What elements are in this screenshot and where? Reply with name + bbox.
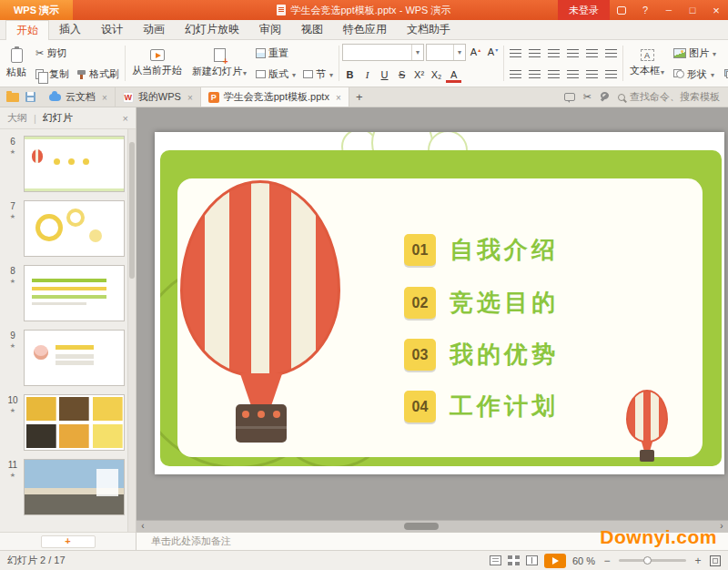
- close-button[interactable]: [704, 0, 728, 20]
- slide-thumbnail[interactable]: 10: [4, 394, 125, 451]
- zoom-slider-thumb[interactable]: [643, 556, 652, 565]
- message-icon[interactable]: [564, 93, 575, 101]
- italic-button[interactable]: I: [359, 66, 375, 84]
- tab-doc-assistant[interactable]: 文档助手: [397, 20, 460, 39]
- scroll-right-button[interactable]: [715, 521, 728, 532]
- text-direction-button[interactable]: [602, 44, 620, 63]
- scrollbar-thumb[interactable]: [404, 523, 439, 530]
- increase-font-button[interactable]: A: [468, 44, 483, 61]
- tab-current-document[interactable]: P 学生会竞选ppt模板.pptx: [201, 87, 349, 107]
- tab-home[interactable]: 开始: [5, 20, 49, 40]
- tab-close-icon[interactable]: [334, 92, 341, 103]
- strikethrough-button[interactable]: S: [394, 66, 410, 84]
- new-tab-button[interactable]: [349, 87, 369, 107]
- font-size-select[interactable]: [426, 44, 466, 61]
- tab-special-features[interactable]: 特色应用: [333, 20, 397, 39]
- textbox-button[interactable]: 文本框: [626, 48, 668, 78]
- hot-air-balloon-graphic[interactable]: [180, 180, 346, 453]
- play-from-current-button[interactable]: 从当前开始: [128, 48, 186, 78]
- help-button[interactable]: [633, 0, 657, 20]
- columns-button[interactable]: [583, 65, 601, 84]
- underline-button[interactable]: U: [377, 66, 392, 84]
- tab-animation[interactable]: 动画: [133, 20, 175, 39]
- agenda-item[interactable]: 03 我的优势: [404, 339, 559, 371]
- zoom-out-button[interactable]: [602, 555, 612, 567]
- theme-skin-button[interactable]: [610, 0, 633, 20]
- tools-icon[interactable]: [600, 92, 610, 102]
- tab-cloud-docs[interactable]: 云文档: [42, 87, 116, 107]
- slide-preview[interactable]: [24, 394, 125, 451]
- agenda-item[interactable]: 02 竞选目的: [404, 287, 559, 319]
- slide-thumbnail[interactable]: 11: [4, 459, 125, 515]
- cut-button[interactable]: 剪切: [33, 44, 122, 63]
- format-painter-button[interactable]: 格式刷: [74, 65, 122, 84]
- tab-my-wps[interactable]: W 我的WPS: [116, 87, 201, 107]
- numbering-button[interactable]: [526, 44, 543, 63]
- command-search[interactable]: 查找命令、搜索模板: [618, 90, 720, 104]
- justify-button[interactable]: [564, 65, 581, 84]
- reset-button[interactable]: 重置: [253, 44, 336, 63]
- zoom-slider[interactable]: [619, 559, 686, 562]
- slide-thumbnail[interactable]: 8: [4, 265, 125, 321]
- align-left-button[interactable]: [507, 65, 524, 84]
- minimize-button[interactable]: [657, 0, 681, 20]
- section-button[interactable]: 节: [300, 65, 336, 84]
- screenshot-icon[interactable]: [583, 91, 592, 103]
- copy-button[interactable]: 复制: [33, 65, 72, 84]
- bold-button[interactable]: B: [342, 66, 358, 84]
- distribute-button[interactable]: [602, 65, 620, 84]
- align-right-button[interactable]: [545, 65, 562, 84]
- align-center-button[interactable]: [526, 65, 543, 84]
- add-slide-button[interactable]: +: [41, 535, 96, 548]
- tab-design[interactable]: 设计: [91, 20, 133, 39]
- save-icon[interactable]: [25, 92, 35, 102]
- fullscreen-icon[interactable]: [710, 555, 721, 566]
- normal-view-button[interactable]: [490, 555, 501, 565]
- small-hot-air-balloon-graphic[interactable]: [626, 390, 668, 466]
- agenda-item[interactable]: 04 工作计划: [404, 391, 559, 422]
- shape-button[interactable]: 形状: [671, 65, 719, 84]
- paste-button[interactable]: 粘贴: [3, 47, 30, 80]
- subscript-button[interactable]: X₂: [429, 66, 444, 84]
- zoom-in-button[interactable]: [693, 555, 703, 567]
- scroll-left-button[interactable]: [136, 521, 149, 532]
- agenda-item[interactable]: 01 自我介绍: [404, 234, 559, 266]
- play-slideshow-button[interactable]: [544, 554, 566, 568]
- slide-preview[interactable]: [24, 330, 125, 386]
- reading-view-button[interactable]: [526, 555, 538, 565]
- thumbnail-scrollbar[interactable]: [127, 129, 136, 532]
- slide-preview[interactable]: [24, 136, 125, 192]
- decrease-indent-button[interactable]: [545, 44, 562, 63]
- tab-slideshow[interactable]: 幻灯片放映: [175, 20, 249, 39]
- slide-preview[interactable]: [24, 265, 125, 321]
- slide-thumbnail[interactable]: 6: [4, 136, 125, 192]
- slide-thumbnail[interactable]: 9: [4, 330, 125, 386]
- open-folder-icon[interactable]: [6, 93, 19, 102]
- slides-tab[interactable]: 幻灯片: [43, 111, 73, 125]
- panel-close-icon[interactable]: [123, 113, 128, 124]
- arrange-button[interactable]: 排列: [722, 65, 728, 84]
- slide-preview[interactable]: [24, 459, 125, 515]
- maximize-button[interactable]: [681, 0, 704, 20]
- tab-close-icon[interactable]: [186, 92, 193, 103]
- tab-insert[interactable]: 插入: [49, 20, 91, 39]
- font-color-button[interactable]: A: [446, 68, 461, 83]
- superscript-button[interactable]: X²: [411, 66, 427, 84]
- scrollbar-thumb[interactable]: [129, 142, 135, 279]
- line-spacing-button[interactable]: [583, 44, 601, 63]
- slide-preview[interactable]: [24, 200, 125, 257]
- slide-sorter-view-button[interactable]: [508, 555, 520, 565]
- increase-indent-button[interactable]: [564, 44, 581, 63]
- wps-logo[interactable]: WPS 演示: [0, 0, 73, 20]
- new-slide-button[interactable]: 新建幻灯片: [188, 47, 250, 79]
- decrease-font-button[interactable]: A: [485, 44, 500, 61]
- slide-thumbnail[interactable]: 7: [4, 200, 125, 257]
- font-family-select[interactable]: [342, 44, 424, 61]
- outline-tab[interactable]: 大纲: [7, 111, 27, 125]
- layout-button[interactable]: 版式: [253, 65, 298, 84]
- slide-canvas[interactable]: 01 自我介绍 02 竞选目的 03 我的优势 04: [155, 132, 724, 474]
- bullets-button[interactable]: [507, 44, 524, 63]
- tab-close-icon[interactable]: [100, 92, 107, 103]
- login-button[interactable]: 未登录: [558, 0, 610, 20]
- tab-review[interactable]: 审阅: [249, 20, 291, 39]
